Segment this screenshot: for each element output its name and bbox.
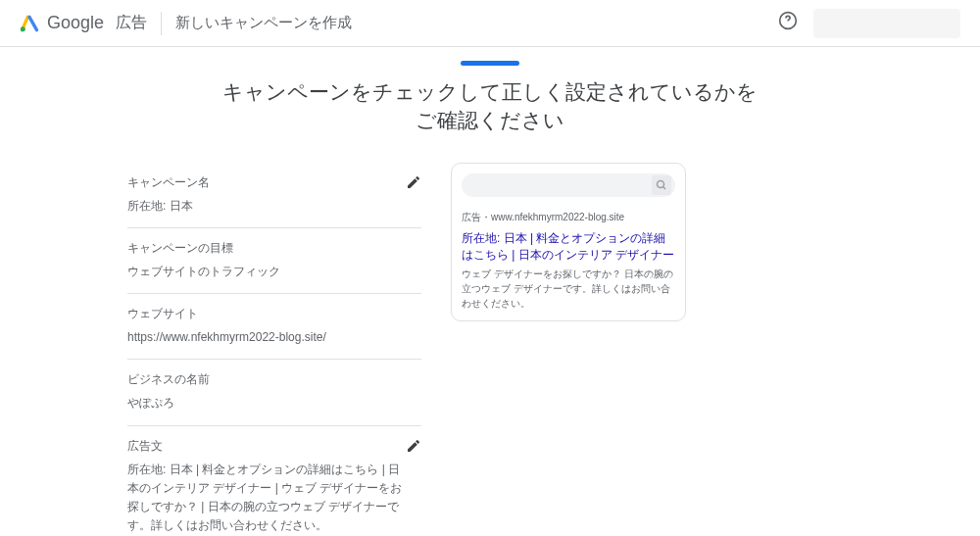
goal-label: キャンペーンの目標 (127, 240, 421, 257)
settings-column: キャンペーン名 所在地: 日本 キャンペーンの目標 ウェブサイトのトラフィック … (127, 163, 421, 536)
section-website: ウェブサイト https://www.nfekhmyrm2022-blog.si… (127, 294, 421, 360)
campaign-name-value: 所在地: 日本 (127, 197, 210, 216)
section-ad-text: 広告文 所在地: 日本 | 料金とオプションの詳細はこちら | 日本のインテリア… (127, 426, 421, 536)
header-divider (161, 12, 162, 35)
header-right (778, 9, 960, 38)
google-ads-logo-icon (20, 14, 39, 33)
svg-point-2 (658, 180, 664, 187)
preview-column: 広告・www.nfekhmyrm2022-blog.site 所在地: 日本 |… (451, 163, 686, 536)
help-icon[interactable] (778, 11, 798, 35)
brand-suffix: 広告 (116, 13, 147, 33)
ad-url-label: 広告・www.nfekhmyrm2022-blog.site (462, 211, 675, 224)
ad-text-value: 所在地: 日本 | 料金とオプションの詳細はこちら | 日本のインテリア デザイ… (127, 461, 406, 536)
app-header: Google 広告 新しいキャンペーンを作成 (0, 0, 980, 47)
section-goal: キャンペーンの目標 ウェブサイトのトラフィック (127, 228, 421, 294)
svg-line-3 (663, 186, 666, 189)
website-label: ウェブサイト (127, 306, 421, 322)
mock-search-bar (462, 173, 675, 197)
page-title: 新しいキャンペーンを作成 (175, 14, 352, 32)
goal-value: ウェブサイトのトラフィック (127, 263, 421, 281)
business-name-label: ビジネスの名前 (127, 371, 421, 388)
business-name-value: やぽぷろ (127, 394, 421, 413)
section-business-name: ビジネスの名前 やぽぷろ (127, 360, 421, 425)
campaign-name-label: キャンペーン名 (127, 174, 210, 191)
ad-text-label: 広告文 (127, 438, 406, 455)
content-area: キャンペーン名 所在地: 日本 キャンペーンの目標 ウェブサイトのトラフィック … (108, 163, 872, 536)
ad-headline: 所在地: 日本 | 料金とオプションの詳細はこちら | 日本のインテリア デザイ… (462, 230, 675, 264)
main-heading: キャンペーンをチェックして正しく設定されているかをご確認ください (216, 77, 764, 135)
section-campaign-name: キャンペーン名 所在地: 日本 (127, 163, 421, 228)
website-value: https://www.nfekhmyrm2022-blog.site/ (127, 328, 421, 347)
edit-campaign-name-button[interactable] (406, 174, 421, 193)
ad-preview-card: 広告・www.nfekhmyrm2022-blog.site 所在地: 日本 |… (451, 163, 686, 322)
progress-bar (0, 61, 980, 66)
ad-description: ウェブ デザイナーをお探しですか？ 日本の腕の立つウェブ デザイナーです。詳しく… (462, 267, 675, 311)
brand-name: Google (47, 13, 104, 33)
brand-logo-group: Google 広告 (20, 13, 147, 33)
svg-point-0 (21, 26, 25, 31)
progress-segment (461, 61, 519, 66)
edit-ad-text-button[interactable] (406, 438, 421, 457)
account-info[interactable] (813, 9, 960, 38)
search-icon (652, 175, 671, 195)
